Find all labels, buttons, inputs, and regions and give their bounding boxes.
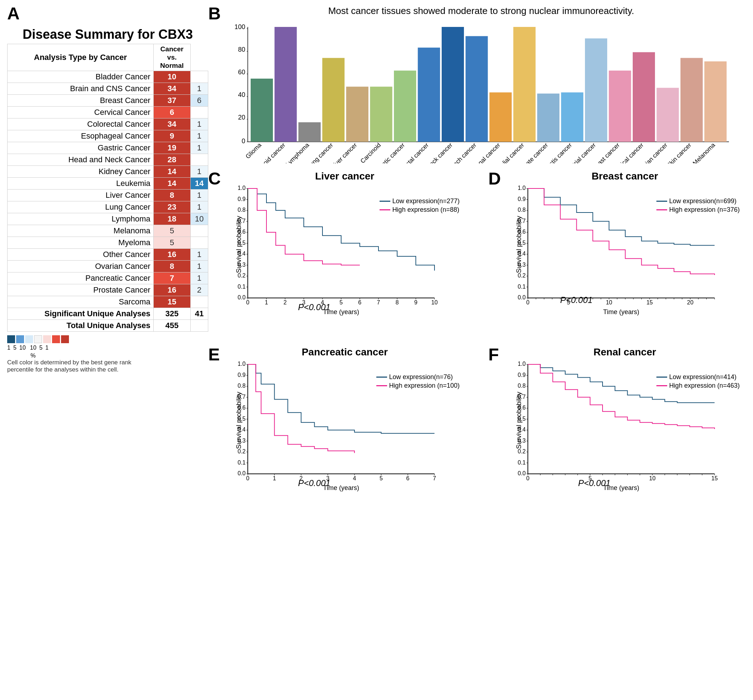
svg-text:0.9: 0.9 bbox=[238, 196, 245, 202]
cancer-name: Pancreatic Cancer bbox=[8, 273, 154, 284]
svg-text:0.8: 0.8 bbox=[238, 207, 245, 213]
cancer-val1: 6 bbox=[153, 107, 190, 118]
cancer-val1: 10 bbox=[153, 71, 190, 83]
panel-e-title: Pancreatic cancer bbox=[237, 346, 453, 358]
table-row: Melanoma5 bbox=[8, 225, 208, 237]
svg-text:15: 15 bbox=[646, 299, 653, 306]
svg-rect-22 bbox=[418, 48, 440, 142]
svg-text:20: 20 bbox=[238, 114, 245, 121]
svg-text:0.9: 0.9 bbox=[518, 196, 526, 202]
svg-text:0.1: 0.1 bbox=[238, 460, 245, 466]
table-row: Ovarian Cancer81 bbox=[8, 260, 208, 273]
panel-f-title: Renal cancer bbox=[517, 346, 733, 358]
panel-e-yaxis: Survival probability bbox=[235, 391, 243, 449]
panel-e: E Pancreatic cancer 0.00.10.20.30.40.50.… bbox=[208, 345, 467, 517]
cancer-val1: 16 bbox=[153, 249, 190, 260]
cancer-val2: 14 bbox=[190, 178, 208, 190]
panel-d-yaxis: Survival probability bbox=[515, 216, 523, 273]
table-row: Head and Neck Cancer28 bbox=[8, 154, 208, 166]
footer-row: Total Unique Analyses455 bbox=[8, 320, 208, 332]
cancer-name: Leukemia bbox=[8, 178, 154, 190]
svg-rect-27 bbox=[537, 94, 559, 142]
footer-val2 bbox=[190, 320, 208, 332]
legend-box-blue-med bbox=[16, 335, 24, 343]
cancer-name: Head and Neck Cancer bbox=[8, 154, 154, 166]
cancer-val2: 6 bbox=[190, 95, 208, 107]
svg-text:7: 7 bbox=[433, 475, 436, 482]
svg-rect-20 bbox=[370, 87, 392, 142]
cancer-val1: 18 bbox=[153, 213, 190, 225]
table-row: Sarcoma15 bbox=[8, 296, 208, 308]
svg-text:0.1: 0.1 bbox=[238, 284, 245, 290]
table-row: Leukemia1414 bbox=[8, 178, 208, 190]
panel-c-pvalue: P<0.001 bbox=[298, 302, 330, 312]
table-row: Liver Cancer81 bbox=[8, 190, 208, 201]
legend-description: Cell color is determined by the best gen… bbox=[7, 359, 208, 373]
cancer-val2 bbox=[190, 225, 208, 237]
cancer-val2: 1 bbox=[190, 130, 208, 142]
panel-c: C Liver cancer 0.00.10.20.30.40.50.60.70… bbox=[208, 169, 467, 341]
panel-a: A Disease Summary for CBX3 Analysis Type… bbox=[7, 3, 208, 373]
footer-val1: 455 bbox=[153, 320, 190, 332]
svg-text:1: 1 bbox=[273, 475, 276, 482]
panel-c-legend-high: High expression (n=88) bbox=[392, 206, 459, 214]
cancer-name: Brain and CNS Cancer bbox=[8, 83, 154, 95]
cancer-val1: 8 bbox=[153, 190, 190, 201]
legend-box-blue-dark bbox=[7, 335, 15, 343]
svg-text:0.8: 0.8 bbox=[518, 207, 526, 213]
svg-rect-21 bbox=[394, 71, 416, 142]
panel-f-label: F bbox=[488, 345, 499, 364]
panel-c-title: Liver cancer bbox=[237, 170, 453, 182]
cancer-name: Liver Cancer bbox=[8, 190, 154, 201]
panel-f: F Renal cancer 0.00.10.20.30.40.50.60.70… bbox=[488, 345, 747, 517]
panel-e-legend: Low expression(n=76) High expression (n=… bbox=[376, 373, 459, 391]
cancer-name: Breast Cancer bbox=[8, 95, 154, 107]
panel-e-pvalue: P<0.001 bbox=[298, 478, 330, 488]
svg-text:Time (years): Time (years) bbox=[603, 309, 639, 315]
legend-boxes bbox=[7, 335, 208, 343]
svg-rect-18 bbox=[322, 58, 345, 142]
cancer-val2: 10 bbox=[190, 213, 208, 225]
svg-text:Liver cancer: Liver cancer bbox=[330, 142, 358, 163]
cancer-val1: 7 bbox=[153, 273, 190, 284]
table-row: Pancreatic Cancer71 bbox=[8, 273, 208, 284]
panel-b-label: B bbox=[208, 3, 221, 23]
panel-d-legend-low: Low expression(n=699) bbox=[669, 198, 736, 205]
cancer-val1: 28 bbox=[153, 154, 190, 166]
panel-f-pvalue: P<0.001 bbox=[578, 478, 611, 488]
svg-text:0: 0 bbox=[246, 299, 250, 306]
svg-text:2: 2 bbox=[284, 299, 287, 306]
svg-rect-24 bbox=[466, 36, 488, 142]
svg-text:80: 80 bbox=[238, 46, 245, 53]
panel-b: B Most cancer tissues showed moderate to… bbox=[208, 3, 743, 169]
cancer-name: Esophageal Cancer bbox=[8, 130, 154, 142]
svg-text:60: 60 bbox=[238, 69, 245, 76]
disease-table: Analysis Type by Cancer Cancervs.Normal … bbox=[7, 44, 208, 332]
legend-num-10a: 10 bbox=[19, 345, 26, 351]
svg-text:0.8: 0.8 bbox=[238, 383, 245, 389]
panel-d-legend-high: High expression (n=376) bbox=[669, 206, 740, 214]
legend-box-white bbox=[34, 335, 42, 343]
svg-text:1.0: 1.0 bbox=[238, 361, 245, 367]
cancer-val1: 34 bbox=[153, 118, 190, 130]
cancer-val1: 5 bbox=[153, 237, 190, 249]
svg-text:0.1: 0.1 bbox=[518, 460, 526, 466]
cancer-name: Kidney Cancer bbox=[8, 166, 154, 178]
svg-text:Carcinoid: Carcinoid bbox=[359, 142, 382, 163]
table-row: Other Cancer161 bbox=[8, 249, 208, 260]
table-row: Cervical Cancer6 bbox=[8, 107, 208, 118]
svg-text:0.9: 0.9 bbox=[518, 372, 526, 378]
svg-text:Lymphoma: Lymphoma bbox=[284, 142, 311, 163]
svg-text:0.9: 0.9 bbox=[238, 372, 245, 378]
cancer-val2 bbox=[190, 296, 208, 308]
chart-b: Patients (%) 0 20 40 60 80 100 GliomaThy… bbox=[230, 23, 733, 163]
cancer-val2: 1 bbox=[190, 83, 208, 95]
cancer-name: Bladder Cancer bbox=[8, 71, 154, 83]
svg-text:Glioma: Glioma bbox=[244, 142, 263, 160]
legend-box-red-dark bbox=[61, 335, 69, 343]
panel-a-label: A bbox=[7, 4, 20, 23]
svg-text:10: 10 bbox=[431, 299, 438, 306]
table-row: Prostate Cancer162 bbox=[8, 284, 208, 296]
svg-rect-34 bbox=[705, 61, 727, 142]
svg-text:10: 10 bbox=[606, 299, 612, 306]
